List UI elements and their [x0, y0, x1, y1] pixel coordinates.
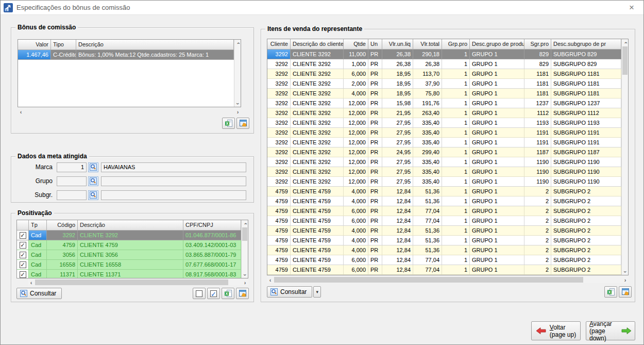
cell[interactable]: 3292	[267, 98, 291, 108]
cell[interactable]: ✓	[17, 260, 29, 270]
cell[interactable]: GRUPO 1	[470, 157, 524, 167]
grupo-description-field[interactable]	[101, 176, 246, 186]
scroll-down-button[interactable]: ›	[234, 100, 241, 107]
cell[interactable]: 37,90	[413, 79, 442, 89]
cell[interactable]: 6,000	[344, 69, 368, 79]
cell[interactable]: Cad	[29, 231, 47, 240]
column-header[interactable]: Sgr.pro	[524, 39, 551, 50]
cell[interactable]: 12,84	[382, 236, 413, 245]
cell[interactable]: SUBGRUPO 1190	[551, 167, 621, 177]
cell[interactable]: GRUPO 1	[470, 265, 524, 275]
cell[interactable]: 335,40	[413, 118, 442, 128]
cell[interactable]: CLIENTE 3292	[291, 167, 344, 177]
items-row[interactable]: 4759CLIENTE 47594,000PR12,8451,361GRUPO …	[267, 226, 621, 236]
cell[interactable]: 1	[442, 177, 470, 187]
marca-code-input[interactable]	[57, 162, 87, 172]
cell[interactable]: 12,84	[382, 187, 413, 196]
cell[interactable]: SUBGRUPO 1237	[551, 98, 621, 108]
cell[interactable]: 26,38	[382, 50, 413, 59]
cell[interactable]: 12,000	[344, 98, 368, 108]
cell[interactable]: SUBGRUPO 1181	[551, 89, 621, 98]
cell[interactable]: PR	[368, 255, 382, 265]
cell[interactable]: CLIENTE 3292	[291, 118, 344, 128]
cell[interactable]: PR	[368, 167, 382, 177]
cell[interactable]: 829	[524, 50, 551, 59]
cell[interactable]: SUBGRUPO 2	[551, 187, 621, 196]
scroll-thumb[interactable]	[622, 46, 628, 75]
column-header[interactable]: Código	[47, 220, 78, 231]
cell[interactable]: SUBGRUPO 2	[551, 255, 621, 265]
cell[interactable]: GRUPO 1	[470, 59, 524, 69]
consultar-dropdown-button[interactable]: ▾	[313, 286, 321, 298]
cell[interactable]: 1	[442, 206, 470, 216]
cell[interactable]: 4,000	[344, 187, 368, 196]
avancar-button[interactable]: Avançar (page down)	[586, 321, 635, 340]
cell[interactable]: 6,000	[344, 206, 368, 216]
cell[interactable]: SUBGRUPO 2	[551, 216, 621, 226]
column-header[interactable]: Tp	[29, 220, 47, 231]
cell[interactable]: PR	[368, 50, 382, 59]
cell[interactable]: 27,95	[382, 177, 413, 187]
close-button[interactable]: ×	[623, 1, 640, 14]
cell[interactable]: 16558	[47, 260, 78, 270]
cell[interactable]: 18,95	[382, 79, 413, 89]
column-header[interactable]: Qtde	[344, 39, 368, 50]
scroll-up-button[interactable]: ›	[622, 39, 629, 46]
cell[interactable]: SUBGRUPO 1112	[551, 108, 621, 118]
cell[interactable]: 1190	[524, 177, 551, 187]
cell[interactable]: SUBGRUPO 1190	[551, 157, 621, 167]
cell[interactable]: CLIENTE 4759	[291, 255, 344, 265]
cell[interactable]: 1	[442, 226, 470, 236]
cell[interactable]: CLIENTE 3292	[78, 231, 183, 240]
cell[interactable]: 1	[442, 216, 470, 226]
row-checkbox[interactable]: ✓	[20, 261, 26, 268]
cell[interactable]: 2	[524, 187, 551, 196]
column-header[interactable]: Descrição do cliente	[291, 39, 344, 50]
cell[interactable]: GRUPO 1	[470, 147, 524, 157]
cell[interactable]: SUBGRUPO 829	[551, 59, 621, 69]
cell[interactable]: 08.917.568/0001-83	[183, 270, 241, 278]
items-row[interactable]: 3292CLIENTE 329212,000PR21,95263,401GRUP…	[267, 108, 621, 118]
cell[interactable]: 27,95	[382, 118, 413, 128]
cell[interactable]: 24,95	[382, 147, 413, 157]
cell[interactable]: GRUPO 1	[470, 196, 524, 206]
cell[interactable]: 1237	[524, 98, 551, 108]
cell[interactable]: 3292	[47, 231, 78, 240]
cell[interactable]: SUBGRUPO 2	[551, 245, 621, 255]
cell[interactable]: PR	[368, 177, 382, 187]
cell[interactable]: 4759	[267, 206, 291, 216]
cell[interactable]: CLIENTE 3292	[291, 138, 344, 147]
cell[interactable]: 2	[524, 236, 551, 245]
cell[interactable]: GRUPO 1	[470, 69, 524, 79]
cell[interactable]: PR	[368, 236, 382, 245]
cell[interactable]: 4759	[267, 255, 291, 265]
cell[interactable]: SUBGRUPO 1191	[551, 138, 621, 147]
cell[interactable]: SUBGRUPO 1193	[551, 118, 621, 128]
cell[interactable]: PR	[368, 89, 382, 98]
items-row[interactable]: 4759CLIENTE 47594,000PR12,8451,361GRUPO …	[267, 196, 621, 206]
scroll-left-button[interactable]: ‹	[267, 276, 274, 283]
cell[interactable]: 11371	[47, 270, 78, 278]
cell[interactable]: Cad	[29, 270, 47, 278]
cell[interactable]: 1	[442, 236, 470, 245]
cell[interactable]: 12,000	[344, 177, 368, 187]
cell[interactable]: GRUPO 1	[470, 226, 524, 236]
cell[interactable]: GRUPO 1	[470, 177, 524, 187]
cell[interactable]: 1	[442, 118, 470, 128]
scroll-right-button[interactable]: ›	[234, 108, 241, 115]
cell[interactable]: CLIENTE 4759	[291, 216, 344, 226]
cell[interactable]: 2	[524, 255, 551, 265]
excel-export-button[interactable]: X	[604, 286, 617, 298]
cell[interactable]: GRUPO 1	[470, 187, 524, 196]
cell[interactable]: 2,000	[344, 79, 368, 89]
cell[interactable]: SUBGRUPO 2	[551, 236, 621, 245]
cell[interactable]: SUBGRUPO 2	[551, 206, 621, 216]
scroll-down-button[interactable]: ›	[622, 268, 629, 275]
cell[interactable]: 15,98	[382, 98, 413, 108]
column-header[interactable]	[17, 220, 29, 231]
cell[interactable]: 3292	[267, 69, 291, 79]
cell[interactable]: 51,36	[413, 236, 442, 245]
cell[interactable]: 01.046.877/0001-86	[183, 231, 241, 240]
row-checkbox[interactable]: ✓	[20, 271, 26, 278]
cell[interactable]: 12,000	[344, 138, 368, 147]
